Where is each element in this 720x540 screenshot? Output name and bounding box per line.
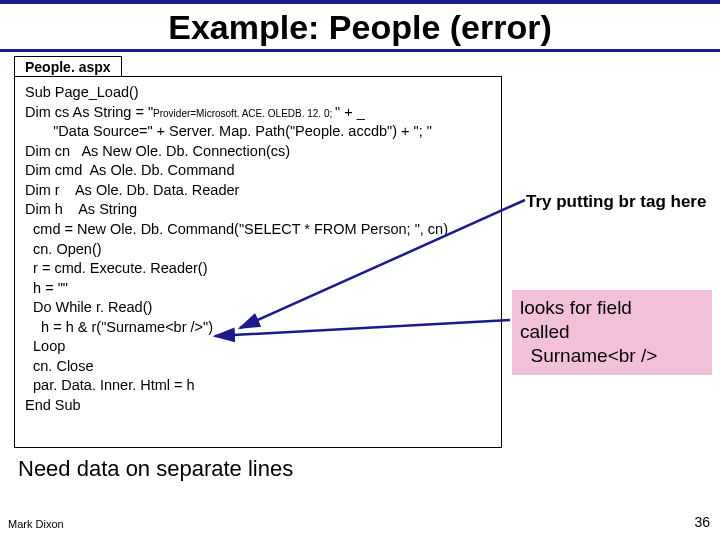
- code-line: par. Data. Inner. Html = h: [25, 377, 195, 393]
- annotation-line: looks for field: [520, 296, 704, 320]
- code-line: cn. Open(): [25, 241, 102, 257]
- title-underline: [0, 49, 720, 52]
- code-line: Dim cn As New Ole. Db. Connection(cs): [25, 143, 290, 159]
- annotation-line: Surname<br />: [520, 344, 704, 368]
- code-line: Sub Page_Load(): [25, 84, 139, 100]
- code-line: Dim h As String: [25, 201, 137, 217]
- code-line-small: Provider=Microsoft. ACE. OLEDB. 12. 0;: [153, 108, 335, 119]
- page-number: 36: [694, 514, 710, 530]
- code-line: h = "": [25, 280, 68, 296]
- code-line: Loop: [25, 338, 65, 354]
- code-line: " + _: [335, 104, 365, 120]
- annotation-line: called: [520, 320, 704, 344]
- code-line: "Data Source=" + Server. Map. Path("Peop…: [25, 123, 432, 139]
- code-line: Do While r. Read(): [25, 299, 152, 315]
- slide-title: Example: People (error): [0, 4, 720, 47]
- author-name: Mark Dixon: [8, 518, 64, 530]
- code-line: End Sub: [25, 397, 81, 413]
- code-line: r = cmd. Execute. Reader(): [25, 260, 208, 276]
- code-line: h = h & r("Surname<br />"): [25, 319, 213, 335]
- file-tab-label: People. aspx: [14, 56, 122, 76]
- code-listing: Sub Page_Load() Dim cs As String = "Prov…: [14, 76, 502, 448]
- code-line: Dim r As Ole. Db. Data. Reader: [25, 182, 239, 198]
- code-line: cn. Close: [25, 358, 94, 374]
- annotation-looks-for-field: looks for field called Surname<br />: [512, 290, 712, 375]
- code-line: Dim cs As String = ": [25, 104, 153, 120]
- code-line: Dim cmd As Ole. Db. Command: [25, 162, 235, 178]
- code-line: cmd = New Ole. Db. Command("SELECT * FRO…: [25, 221, 448, 237]
- bottom-caption: Need data on separate lines: [18, 456, 293, 482]
- annotation-try-br: Try putting br tag here: [526, 192, 706, 212]
